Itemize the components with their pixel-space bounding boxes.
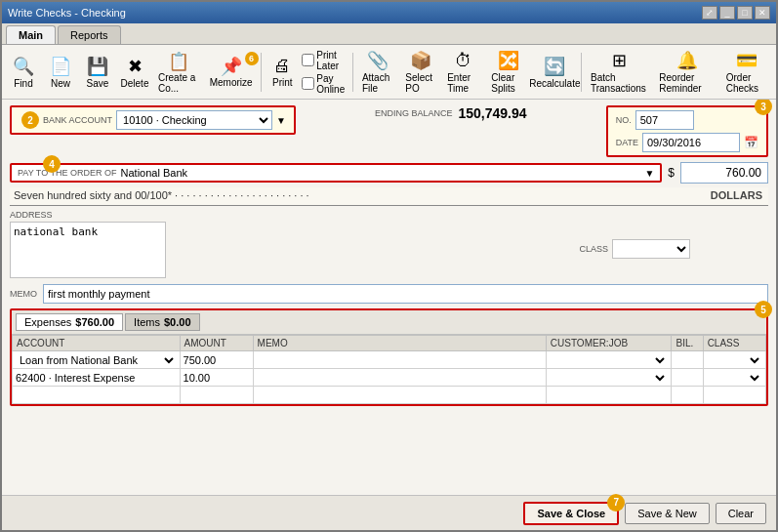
expand-btn[interactable]: ⤢: [702, 6, 717, 20]
column-customer-job: CUSTOMER:JOB: [546, 336, 672, 351]
print-button[interactable]: 🖨 Print: [265, 53, 300, 91]
items-tab[interactable]: Items $0.00: [125, 313, 199, 331]
expenses-table: ACCOUNT AMOUNT MEMO CUSTOMER:JOB BIL. CL…: [12, 335, 766, 404]
new-button[interactable]: 📄 New: [43, 53, 78, 92]
class-select[interactable]: [612, 239, 690, 259]
row1-account-select[interactable]: Loan from National Bank: [16, 353, 177, 367]
expenses-tab-amount: $760.00: [75, 316, 114, 328]
amount-input[interactable]: [680, 162, 768, 184]
close-btn[interactable]: ✕: [755, 6, 770, 20]
column-account: ACCOUNT: [13, 336, 181, 351]
title-bar: Write Checks - Checking ⤢ _ □ ✕: [2, 2, 776, 23]
row1-amount-input[interactable]: [184, 354, 250, 366]
print-pay-checkboxes: Print Later Pay Online: [302, 50, 345, 95]
dropdown-icon: ▼: [276, 115, 286, 126]
reorder-reminder-icon: 🔔: [676, 50, 698, 71]
print-later-checkbox[interactable]: [302, 54, 314, 66]
enter-time-button[interactable]: ⏱ Enter Time: [442, 48, 484, 97]
row1-class: [703, 351, 765, 369]
recalculate-button[interactable]: 🔄 Recalculate: [532, 53, 577, 92]
row2-account-text: 62400 · Interest Expense: [16, 372, 135, 384]
class-label: CLASS: [579, 244, 608, 254]
memorize-button[interactable]: 6 📌 Memorize: [206, 54, 257, 90]
create-copy-button[interactable]: 📋 Create a Co...: [154, 49, 204, 96]
empty-account-input[interactable]: [16, 389, 177, 401]
pay-to-label: PAY TO THE ORDER OF: [18, 168, 117, 178]
memo-label: MEMO: [10, 289, 37, 299]
find-icon: 🔍: [13, 56, 34, 77]
row1-account: Loan from National Bank: [13, 351, 181, 369]
pay-to-dropdown-icon[interactable]: ▼: [644, 168, 654, 179]
reorder-reminder-button[interactable]: 🔔 Reorder Reminder: [654, 47, 718, 97]
bank-account-select[interactable]: 10100 · Checking: [116, 110, 272, 130]
row1-custjob-select[interactable]: [550, 353, 669, 367]
save-close-button[interactable]: Save & Close: [523, 502, 619, 525]
recalculate-icon: 🔄: [544, 56, 565, 77]
dollar-sign: $: [668, 166, 675, 180]
row1-custjob: [546, 351, 672, 369]
toolbar: 🔍 Find 📄 New 💾 Save ✖ Delete 📋 Create a …: [2, 45, 776, 100]
select-po-button[interactable]: 📦 Select PO: [400, 47, 440, 97]
maximize-btn[interactable]: □: [737, 6, 753, 20]
bottom-bar: 7 Save & Close Save & New Clear: [2, 495, 776, 530]
row1-amount: [180, 351, 253, 369]
print-label: Print: [272, 77, 293, 88]
row2-custjob-select[interactable]: [550, 371, 669, 385]
print-icon: 🖨: [273, 56, 291, 76]
minimize-btn[interactable]: _: [719, 6, 735, 20]
check-number-input[interactable]: [635, 110, 694, 130]
clear-splits-icon: 🔀: [498, 50, 519, 71]
print-later-checkbox-label[interactable]: Print Later: [302, 50, 345, 71]
clear-splits-button[interactable]: 🔀 Clear Splits: [486, 47, 530, 97]
pay-to-badge: 4: [43, 155, 61, 173]
pay-online-checkbox-label[interactable]: Pay Online: [302, 73, 345, 95]
memorize-badge: 6: [245, 52, 259, 65]
tab-reports[interactable]: Reports: [58, 25, 121, 44]
save-button[interactable]: 💾 Save: [80, 53, 115, 92]
ending-balance-label: ENDING BALANCE: [375, 108, 453, 118]
tab-bar: Main Reports: [2, 23, 776, 45]
order-checks-button[interactable]: 💳 Order Checks: [721, 47, 772, 97]
calendar-icon[interactable]: 📅: [744, 136, 758, 149]
date-label: DATE: [616, 138, 638, 147]
empty-account: [13, 387, 181, 404]
tab-main[interactable]: Main: [6, 25, 56, 44]
clear-splits-label: Clear Splits: [491, 72, 525, 94]
row2-class-select[interactable]: [707, 371, 762, 385]
written-amount-text: Seven hundred sixty and 00/100* · · · · …: [10, 187, 711, 203]
window-controls: ⤢ _ □ ✕: [702, 6, 770, 20]
batch-transactions-button[interactable]: ⊞ Batch Transactions: [586, 47, 652, 97]
create-copy-icon: 📋: [168, 51, 189, 72]
pay-to-input[interactable]: [121, 167, 641, 179]
delete-button[interactable]: ✖ Delete: [117, 53, 152, 92]
row1-memo-input[interactable]: [257, 354, 543, 366]
column-memo: MEMO: [253, 336, 546, 351]
order-checks-icon: 💳: [736, 50, 758, 71]
row2-bil: [672, 369, 703, 387]
row2-account: 62400 · Interest Expense: [13, 369, 181, 387]
expenses-tab-bar: Expenses $760.00 Items $0.00: [12, 310, 766, 335]
table-row: 62400 · Interest Expense: [13, 369, 766, 387]
attach-file-button[interactable]: 📎 Attach File: [357, 47, 398, 97]
date-input[interactable]: [642, 133, 740, 152]
find-button[interactable]: 🔍 Find: [6, 53, 41, 92]
save-new-button[interactable]: Save & New: [625, 503, 710, 524]
row2-memo-input[interactable]: [257, 372, 543, 384]
address-section: ADDRESS national bank: [10, 210, 166, 280]
expenses-tab[interactable]: Expenses $760.00: [16, 313, 123, 331]
table-row: Loan from National Bank: [13, 351, 766, 369]
written-amount-row: Seven hundred sixty and 00/100* · · · · …: [10, 187, 768, 206]
address-input[interactable]: national bank: [10, 222, 166, 278]
delete-icon: ✖: [128, 56, 143, 77]
items-tab-label: Items: [134, 316, 160, 328]
main-window: Write Checks - Checking ⤢ _ □ ✕ Main Rep…: [0, 0, 778, 532]
memorize-label: Memorize: [210, 77, 253, 88]
pay-online-checkbox[interactable]: [302, 77, 314, 90]
row1-class-select[interactable]: [707, 353, 762, 367]
row2-amount-input[interactable]: [184, 372, 250, 384]
table-header-row: ACCOUNT AMOUNT MEMO CUSTOMER:JOB BIL. CL…: [13, 336, 766, 351]
memo-input[interactable]: [43, 284, 768, 304]
toolbar-sep-2: [352, 53, 353, 92]
clear-button[interactable]: Clear: [716, 503, 766, 524]
row2-class: [703, 369, 765, 387]
